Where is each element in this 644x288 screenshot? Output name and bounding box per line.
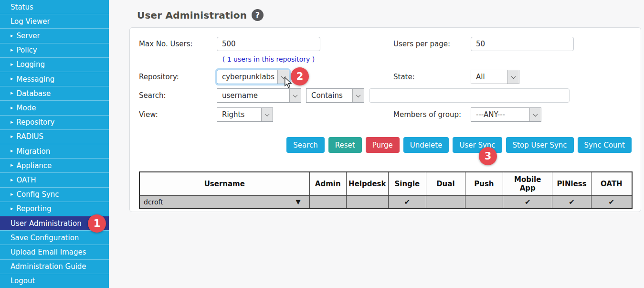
column-header-oath: OATH [591,172,632,196]
sidebar-item-repository[interactable]: ▸Repository [0,115,109,129]
sidebar-item-server[interactable]: ▸Server [0,28,109,43]
sidebar-item-label: Log Viewer [11,17,50,26]
search-field-select-value: username [217,89,289,102]
annotation-badge-1: 1 [88,214,106,233]
admin-cell [309,196,346,209]
sidebar-item-status[interactable]: Status [0,0,109,14]
sidebar-nav: StatusLog Viewer▸Server▸Policy▸Logging▸M… [0,0,109,288]
view-select-value: Rights [217,108,261,121]
stop-user-sync-button[interactable]: Stop User Sync [506,137,574,153]
view-select[interactable]: Rights [217,107,273,122]
submenu-arrow-icon: ▸ [11,47,13,53]
members-of-group-select-value: ---ANY--- [471,108,529,121]
purge-button[interactable]: Purge [366,137,400,153]
users-per-page-input[interactable] [471,37,574,51]
checkmark-icon: ✔ [569,198,575,206]
column-header-mobile-app: Mobile App [503,172,552,196]
sidebar-item-reporting[interactable]: ▸Reporting [0,202,109,216]
search-label: Search: [139,88,166,103]
sidebar-item-label: Status [11,3,33,11]
submenu-arrow-icon: ▸ [11,148,13,154]
reset-button[interactable]: Reset [328,137,362,153]
column-header-admin: Admin [309,172,346,196]
chevron-down-icon[interactable] [289,89,301,102]
column-header-push: Push [465,172,503,196]
repository-select-value: cyberpunklabs [217,70,277,84]
users-table-body: dcroft▼✔✔✔✔ [139,196,632,209]
helpdesk-cell [346,196,388,209]
sidebar-item-mode[interactable]: ▸Mode [0,100,109,115]
undelete-button[interactable]: Undelete [403,137,449,153]
sidebar-item-label: Appliance [17,161,52,170]
sidebar-item-oath[interactable]: ▸OATH [0,172,109,187]
sidebar-item-label: RADIUS [17,132,44,141]
chevron-down-icon[interactable] [529,108,541,121]
single-cell: ✔ [388,196,426,209]
chevron-down-icon[interactable] [261,108,273,121]
column-header-pinless: PINless [552,172,591,196]
repository-select[interactable]: cyberpunklabs [217,70,289,84]
max-users-input[interactable] [217,37,320,51]
sidebar-item-label: Save Configuration [11,234,79,242]
push-cell [465,196,503,209]
sidebar-item-save-configuration[interactable]: Save Configuration [0,230,109,245]
sidebar-item-database[interactable]: ▸Database [0,86,109,100]
row-expand-icon[interactable]: ▼ [296,198,301,205]
submenu-arrow-icon: ▸ [11,90,13,96]
page-title: User Administration [137,10,247,21]
users-per-page-label: Users per page: [393,37,450,51]
sidebar-item-log-viewer[interactable]: Log Viewer [0,14,109,28]
sidebar-item-radius[interactable]: ▸RADIUS [0,129,109,144]
members-of-group-label: Members of group: [393,107,461,122]
users-table-header: UsernameAdminHelpdeskSingleDualPushMobil… [139,172,632,196]
sidebar-item-label: Server [17,32,40,40]
sidebar-item-label: Administration Guide [11,262,86,271]
submenu-arrow-icon: ▸ [11,75,13,82]
sidebar-item-migration[interactable]: ▸Migration [0,144,109,158]
sidebar-item-upload-email-images[interactable]: Upload Email Images [0,245,109,259]
state-select[interactable]: All [471,70,519,84]
sidebar-item-messaging[interactable]: ▸Messaging [0,72,109,86]
search-query-input[interactable] [369,88,570,103]
sidebar-item-label: Reporting [17,204,52,213]
submenu-arrow-icon: ▸ [11,105,13,111]
action-button-row: SearchResetPurgeUndeleteUser SyncStop Us… [286,137,632,153]
sidebar-item-label: Upload Email Images [11,248,86,256]
state-label: State: [393,70,415,84]
submenu-arrow-icon: ▸ [11,32,13,39]
sidebar-item-label: Policy [17,46,37,54]
sidebar-item-logout[interactable]: Logout [0,274,109,288]
sidebar-item-label: User Administration [11,219,82,228]
search-operator-select-value: Contains [306,89,352,102]
help-icon[interactable]: ? [252,9,264,21]
submenu-arrow-icon: ▸ [11,119,13,125]
sidebar-item-label: Messaging [17,75,55,84]
sidebar-item-policy[interactable]: ▸Policy [0,43,109,57]
search-operator-select[interactable]: Contains [306,88,364,103]
checkmark-icon: ✔ [404,198,411,206]
members-of-group-select[interactable]: ---ANY--- [471,107,541,122]
sync-count-button[interactable]: Sync Count [578,137,632,153]
sidebar-item-label: Repository [17,118,55,127]
chevron-down-icon[interactable] [352,89,364,102]
submenu-arrow-icon: ▸ [11,133,13,139]
username-cell[interactable]: dcroft▼ [139,196,309,209]
chevron-down-icon[interactable] [277,70,289,84]
search-field-select[interactable]: username [217,88,301,103]
pinless-cell: ✔ [552,196,591,209]
column-header-dual: Dual [426,172,465,196]
state-select-value: All [471,70,507,84]
sidebar-item-logging[interactable]: ▸Logging [0,57,109,72]
sidebar-item-label: Mode [17,104,36,112]
sidebar-item-appliance[interactable]: ▸Appliance [0,158,109,172]
annotation-badge-2: 2 [291,67,309,85]
chevron-down-icon[interactable] [507,70,519,84]
username-value: dcroft [144,198,163,206]
user-admin-panel: Max No. Users: Users per page: ( 1 users… [129,27,641,212]
search-button[interactable]: Search [286,137,325,153]
submenu-arrow-icon: ▸ [11,191,13,197]
sidebar-item-administration-guide[interactable]: Administration Guide [0,259,109,274]
mobile-app-cell: ✔ [503,196,552,209]
sidebar-item-config-sync[interactable]: ▸Config Sync [0,187,109,202]
repository-label: Repository: [139,70,179,84]
